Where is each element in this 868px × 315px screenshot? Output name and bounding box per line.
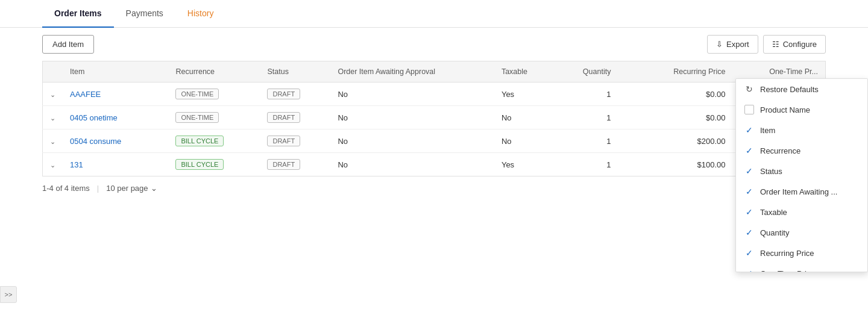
table-row: ⌄ 0504 consume BILL CYCLE DRAFT No No 1 … [43,129,826,153]
row-quantity-1: 1 [556,106,618,129]
checkbox-icon-item: ✓ [744,125,754,135]
col-header-quantity: Quantity [556,61,618,83]
col-header-taxable: Taxable [494,61,556,83]
recurrence-badge-1: ONE-TIME [175,112,219,123]
row-taxable-3: Yes [494,153,556,176]
configure-item-onetime-price[interactable]: ✓ One-Time Price [736,263,867,272]
status-badge-2: DRAFT [267,136,300,146]
row-recurrence-0: ONE-TIME [168,83,260,106]
configure-icon: ☷ [772,40,779,49]
col-header-recurrence: Recurrence [168,61,260,83]
row-recurring-price-0: $0.00 [618,83,732,106]
row-item-0: AAAFEE [63,83,168,106]
configure-item-order-item-awaiting[interactable]: ✓ Order Item Awaiting ... [736,181,867,202]
col-header-recurring-price: Recurring Price [618,61,732,83]
table-row: ⌄ AAAFEE ONE-TIME DRAFT No Yes 1 $0.00 [43,83,826,106]
configure-dropdown: ↻ Restore Defaults Product Name ✓ Item ✓… [735,78,868,272]
configure-item-label-onetime-price: One-Time Price [760,269,815,272]
configure-item-item[interactable]: ✓ Item [736,120,867,140]
chevron-icon[interactable]: ⌄ [50,114,55,122]
row-status-0: DRAFT [260,83,330,106]
row-quantity-2: 1 [556,129,618,153]
table-row: ⌄ 131 BILL CYCLE DRAFT No Yes 1 $100.00 [43,153,826,176]
item-link-0[interactable]: AAAFEE [70,90,101,99]
pagination-separator: | [97,184,99,193]
row-item-1: 0405 onetime [63,106,168,129]
row-quantity-3: 1 [556,153,618,176]
checkbox-icon-onetime-price: ✓ [744,269,754,272]
row-awaiting-3: No [330,153,494,176]
tab-history[interactable]: History [175,0,226,28]
recurrence-badge-3: BILL CYCLE [175,159,224,170]
row-recurring-price-3: $100.00 [618,153,732,176]
checkbox-icon-order-item-awaiting: ✓ [744,187,754,196]
status-badge-1: DRAFT [267,112,300,123]
chevron-icon[interactable]: ⌄ [50,138,55,145]
row-awaiting-1: No [330,106,494,129]
item-link-3[interactable]: 131 [70,160,83,169]
configure-item-quantity[interactable]: ✓ Quantity [736,222,867,243]
add-item-button[interactable]: Add Item [42,35,94,54]
configure-item-status[interactable]: ✓ Status [736,161,867,181]
table-header-row: Item Recurrence Status Order Item Awaiti… [43,61,826,83]
row-expand-1[interactable]: ⌄ [43,106,63,129]
tab-payments[interactable]: Payments [114,0,175,28]
order-items-table: Item Recurrence Status Order Item Awaiti… [42,61,826,176]
configure-item-restore-defaults[interactable]: ↻ Restore Defaults [736,79,867,99]
recurrence-badge-0: ONE-TIME [175,89,219,99]
row-recurrence-2: BILL CYCLE [168,129,260,153]
per-page-chevron-icon: ⌄ [151,184,157,193]
per-page-selector[interactable]: 10 per page ⌄ [106,184,157,193]
item-link-2[interactable]: 0504 consume [70,137,121,146]
toolbar-right: ⇩ Export ☷ Configure [707,35,826,54]
chevron-icon[interactable]: ⌄ [50,91,55,98]
configure-item-label-taxable: Taxable [760,208,787,217]
tabs-container: Order Items Payments History [0,0,868,28]
pagination-summary: 1-4 of 4 items [42,184,90,193]
export-button[interactable]: ⇩ Export [707,35,758,54]
row-status-2: DRAFT [260,129,330,153]
configure-item-recurrence[interactable]: ✓ Recurrence [736,140,867,161]
row-item-2: 0504 consume [63,129,168,153]
row-taxable-2: No [494,129,556,153]
row-awaiting-2: No [330,129,494,153]
configure-item-label-product-name: Product Name [760,105,810,114]
configure-item-label-item: Item [760,126,775,135]
col-header-status: Status [260,61,330,83]
configure-item-label-recurrence: Recurrence [760,146,800,155]
row-expand-3[interactable]: ⌄ [43,153,63,176]
status-badge-0: DRAFT [267,89,300,99]
restore-icon: ↻ [744,84,754,94]
row-recurrence-1: ONE-TIME [168,106,260,129]
row-taxable-1: No [494,106,556,129]
col-header-expand [43,61,63,83]
row-recurrence-3: BILL CYCLE [168,153,260,176]
row-expand-2[interactable]: ⌄ [43,129,63,153]
row-status-1: DRAFT [260,106,330,129]
export-label: Export [726,40,749,49]
recurrence-badge-2: BILL CYCLE [175,136,224,146]
status-badge-3: DRAFT [267,159,300,170]
row-quantity-0: 1 [556,83,618,106]
table-row: ⌄ 0405 onetime ONE-TIME DRAFT No No 1 $0… [43,106,826,129]
row-taxable-0: Yes [494,83,556,106]
configure-item-product-name[interactable]: Product Name [736,99,867,120]
col-header-item: Item [63,61,168,83]
chevron-icon[interactable]: ⌄ [50,161,55,169]
checkbox-icon-status: ✓ [744,166,754,176]
export-icon: ⇩ [716,40,723,49]
row-status-3: DRAFT [260,153,330,176]
configure-button[interactable]: ☷ Configure [763,35,826,54]
configure-item-label-status: Status [760,167,782,176]
configure-item-label: Restore Defaults [760,85,819,94]
tab-order-items[interactable]: Order Items [42,0,114,28]
row-expand-0[interactable]: ⌄ [43,83,63,106]
item-link-1[interactable]: 0405 onetime [70,113,118,122]
configure-item-taxable[interactable]: ✓ Taxable [736,202,867,222]
row-item-3: 131 [63,153,168,176]
sidebar-toggle-button[interactable]: >> [0,286,17,303]
configure-item-recurring-price[interactable]: ✓ Recurring Price [736,243,867,263]
configure-item-label-recurring-price: Recurring Price [760,249,814,258]
checkbox-icon-recurring-price: ✓ [744,248,754,258]
configure-item-label-order-item-awaiting: Order Item Awaiting ... [760,187,837,196]
